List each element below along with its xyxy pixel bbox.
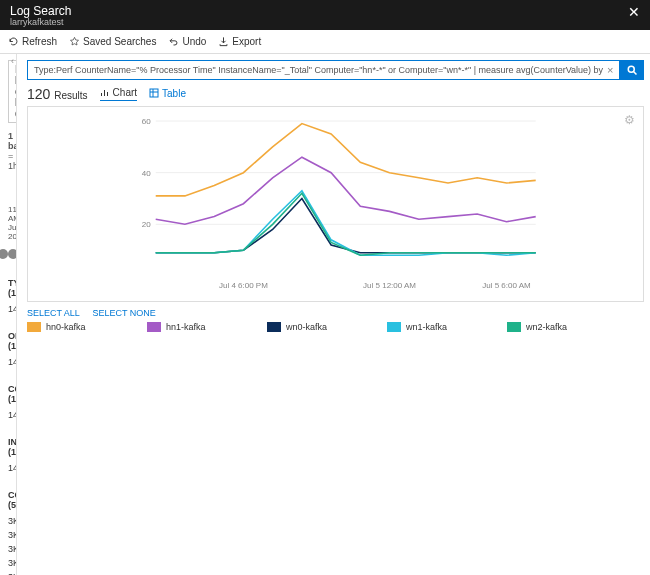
legend-label: hn1-kafka <box>166 322 206 332</box>
legend-swatch <box>267 322 281 332</box>
legend-label: hn0-kafka <box>46 322 86 332</box>
search-button[interactable] <box>620 60 644 80</box>
refresh-button[interactable]: Refresh <box>8 36 57 47</box>
facet-count: 3K <box>8 530 17 540</box>
legend-swatch <box>147 322 161 332</box>
titlebar: Log Search larrykafkatest ✕ <box>0 0 650 30</box>
legend-swatch <box>387 322 401 332</box>
refresh-icon <box>8 36 19 47</box>
legend-item[interactable]: wn1-kafka <box>387 322 477 332</box>
svg-text:Jul 5 6:00 AM: Jul 5 6:00 AM <box>482 281 531 290</box>
close-icon[interactable]: ✕ <box>628 4 640 20</box>
page-title: Log Search <box>10 4 71 18</box>
legend-label: wn0-kafka <box>286 322 327 332</box>
star-icon <box>69 36 80 47</box>
legend-swatch <box>507 322 521 332</box>
legend-item[interactable]: hn0-kafka <box>27 322 117 332</box>
legend-item[interactable]: hn1-kafka <box>147 322 237 332</box>
legend-swatch <box>27 322 41 332</box>
facet-count: 14K <box>8 410 17 420</box>
collapse-sidebar-icon[interactable]: ‹ <box>11 56 14 66</box>
sidebar: ‹ Data based on last 1 day ⌄ 1 bar = 1hr… <box>0 54 17 575</box>
facet-count: 3K <box>8 516 17 526</box>
histogram-start-label: 11:30:47 AM Jul 4, 2017 <box>8 205 17 241</box>
content-area: Type:Perf CounterName="% Processor Time"… <box>17 54 650 575</box>
select-none-link[interactable]: SELECT NONE <box>92 308 155 318</box>
facet-count: 14K <box>8 304 17 314</box>
clear-search-icon[interactable]: × <box>607 64 613 76</box>
legend-item[interactable]: wn2-kafka <box>507 322 597 332</box>
chart-icon <box>100 88 110 98</box>
svg-text:Jul 4 6:00 PM: Jul 4 6:00 PM <box>219 281 268 290</box>
export-button[interactable]: Export <box>218 36 261 47</box>
undo-icon <box>168 36 179 47</box>
results-count: 120 Results <box>27 86 88 102</box>
search-icon <box>626 64 638 76</box>
table-icon <box>149 88 159 98</box>
page-subtitle: larrykafkatest <box>10 17 71 27</box>
saved-searches-button[interactable]: Saved Searches <box>69 36 156 47</box>
facet-count: 3K <box>8 558 17 568</box>
legend-controls: SELECT ALL SELECT NONE <box>27 308 644 318</box>
legend-label: wn2-kafka <box>526 322 567 332</box>
undo-button[interactable]: Undo <box>168 36 206 47</box>
svg-point-0 <box>629 66 635 72</box>
legend-label: wn1-kafka <box>406 322 447 332</box>
svg-text:20: 20 <box>142 220 151 229</box>
legend-item[interactable]: wn0-kafka <box>267 322 357 332</box>
line-chart[interactable]: 204060Jul 4 6:00 PMJul 5 12:00 AMJul 5 6… <box>34 113 637 293</box>
facet-count: 14K <box>8 357 17 367</box>
svg-text:Jul 5 12:00 AM: Jul 5 12:00 AM <box>363 281 416 290</box>
svg-rect-2 <box>150 89 158 97</box>
facet-count: 3K <box>8 544 17 554</box>
toolbar: Refresh Saved Searches Undo Export <box>0 30 650 54</box>
search-input[interactable]: Type:Perf CounterName="% Processor Time"… <box>27 60 620 80</box>
select-all-link[interactable]: SELECT ALL <box>27 308 80 318</box>
chart-container: ⚙ 204060Jul 4 6:00 PMJul 5 12:00 AMJul 5… <box>27 106 644 302</box>
svg-text:40: 40 <box>142 169 151 178</box>
tab-table[interactable]: Table <box>149 88 186 101</box>
svg-text:60: 60 <box>142 117 151 126</box>
tab-chart[interactable]: Chart <box>100 87 137 101</box>
date-range-select[interactable]: Data based on last 1 day ⌄ <box>8 60 17 123</box>
facet-count: 14K <box>8 463 17 473</box>
chart-settings-icon[interactable]: ⚙ <box>624 113 635 127</box>
export-icon <box>218 36 229 47</box>
svg-line-1 <box>634 72 637 75</box>
